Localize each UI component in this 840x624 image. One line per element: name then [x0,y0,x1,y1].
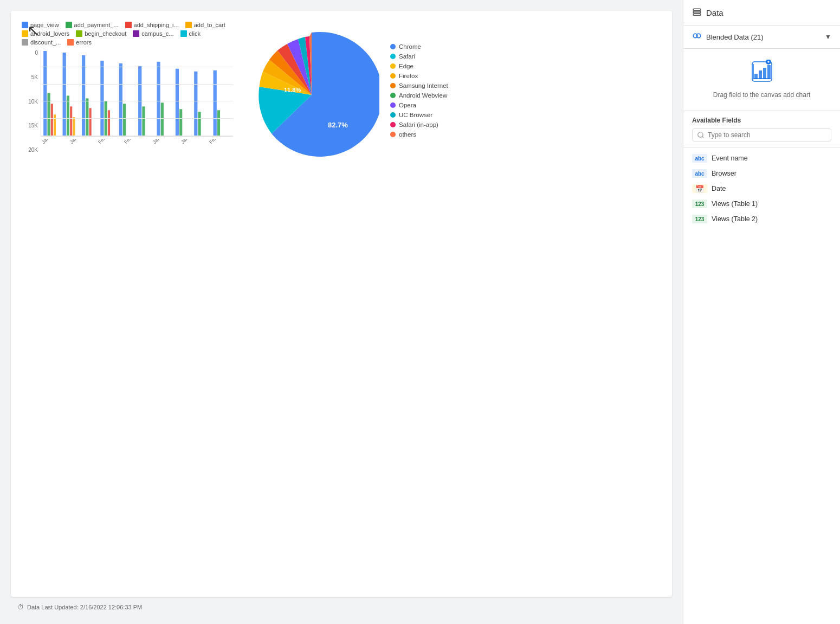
legend-color-add-to-cart [185,22,192,28]
legend-color-page-view [22,22,28,28]
legend-item-add-to-cart: add_to_cart [185,22,225,28]
pie-dot-safari [390,54,396,59]
legend-color-add-payment [66,22,72,28]
dropdown-row[interactable]: Blended Data (21) ▼ [683,25,840,49]
search-input[interactable] [708,131,826,139]
pie-dot-safari-inapp [390,122,396,127]
field-label-date: Date [712,185,726,192]
drag-prompt-text: Drag field to the canvas add chart [713,90,810,100]
field-item-browser[interactable]: abc Browser [683,166,840,181]
pie-chart-area: 82.7% 11.8% Chrome Safari [244,22,448,169]
svg-rect-33 [759,70,762,79]
legend-color-click [180,30,187,37]
pie-label-firefox: Firefox [399,73,418,79]
pie-legend-safari: Safari [390,53,448,60]
y-label-0: 0 [22,50,38,56]
bar-chart-area: page_view add_payment_... add_shipping_i… [22,22,233,169]
legend-label-errors: errors [76,39,92,46]
field-item-date[interactable]: 📅 Date [683,181,840,196]
pie-label-uc-browser: UC Browser [399,112,432,118]
field-label-event-name: Event name [712,155,748,162]
field-item-views-table2[interactable]: 123 Views (Table 2) [683,211,840,227]
field-label-views-table2: Views (Table 2) [712,215,758,223]
y-label-20k: 20K [22,147,38,153]
blend-svg [692,31,702,41]
legend-label-add-payment: add_payment_... [74,22,119,28]
available-fields-label: Available Fields [692,117,831,124]
pie-label-others: others [399,131,416,138]
legend-item-begin-checkout: begin_checkout [76,30,126,37]
field-badge-views-table2: 123 [692,215,707,223]
legend-item-campus: campus_c... [133,30,173,37]
drag-area: Drag field to the canvas add chart [683,49,840,111]
pie-legend: Chrome Safari Edge Firefox [390,27,448,138]
legend-color-begin-checkout [76,30,82,37]
pie-label-safari: Safari [399,53,415,60]
legend-color-campus [133,30,139,37]
legend-label-begin-checkout: begin_checkout [85,30,126,37]
search-icon [697,131,705,139]
pie-legend-edge: Edge [390,63,448,69]
y-label-15k: 15K [22,123,38,128]
data-panel-title: Data [706,8,723,17]
pie-label-chrome: Chrome [399,43,421,50]
blend-icon [692,31,702,43]
pie-label-large: 82.7% [328,121,348,129]
field-label-views-table1: Views (Table 1) [712,200,758,208]
field-badge-date: 📅 [692,184,707,193]
legend-item-errors: errors [67,39,92,46]
legend-label-click: click [189,30,201,37]
y-label-5k: 5K [22,74,38,80]
legend-color-android-lovers [22,30,28,37]
bar-chart-visual: 20K 15K 10K 5K 0 [22,50,233,169]
pie-dot-firefox [390,73,396,79]
field-badge-event-name: abc [692,154,707,163]
field-item-event-name[interactable]: abc Event name [683,151,840,166]
grid-line-0 [41,136,233,136]
bar-chart-inner [41,50,233,137]
pie-legend-opera: Opera [390,102,448,108]
pie-label-edge: Edge [399,63,413,69]
pie-dot-samsung [390,83,396,88]
legend-label-android-lovers: android_lovers [30,30,69,37]
drag-chart-svg [750,60,774,83]
main-canvas-area: ↖ page_view add_payment_... add_shipping [0,0,683,624]
svg-rect-26 [693,9,701,10]
legend-color-discount [22,39,28,46]
svg-point-41 [698,132,703,137]
svg-rect-28 [693,14,701,15]
svg-rect-35 [767,65,771,79]
data-panel-icon [692,8,702,17]
dropdown-chevron-icon[interactable]: ▼ [825,33,831,41]
pie-dot-chrome [390,44,396,49]
pie-chart-svg: 82.7% 11.8% [244,27,379,163]
status-bar: ⏱ Data Last Updated: 2/16/2022 12:06:33 … [11,601,672,613]
pie-legend-android-webview: Android Webview [390,92,448,99]
legend-item-page-view: page_view [22,22,59,28]
x-axis-labels: Jan 26, 2022 Jan 25, 2022 Feb 9, 2022 Fe… [41,139,233,166]
status-icon: ⏱ [17,603,24,611]
search-section: Available Fields [683,111,840,147]
search-box[interactable] [692,128,831,141]
pie-legend-safari-inapp: Safari (in-app) [390,121,448,128]
pie-dot-android-webview [390,93,396,98]
field-item-views-table1[interactable]: 123 Views (Table 1) [683,196,840,211]
grid-line-20k [41,67,233,67]
pie-label-android-webview: Android Webview [399,92,447,99]
dropdown-label[interactable]: Blended Data (21) [706,33,820,41]
grid-line-5k [41,118,233,119]
pie-dot-uc-browser [390,112,396,118]
pie-label-opera: Opera [399,102,416,108]
bar-chart-legend: page_view add_payment_... add_shipping_i… [22,22,233,46]
pie-dot-edge [390,63,396,69]
pie-legend-chrome: Chrome [390,43,448,50]
field-badge-views-table1: 123 [692,200,707,208]
pie-legend-firefox: Firefox [390,73,448,79]
x-label-feb8: Feb 8, 2022 [208,139,233,159]
y-axis: 20K 15K 10K 5K 0 [22,50,38,153]
data-panel: Data Blended Data (21) ▼ [683,0,840,624]
svg-rect-27 [693,11,701,13]
grid-line-15k [41,84,233,85]
y-label-10k: 10K [22,99,38,105]
drag-chart-icon [750,60,774,86]
